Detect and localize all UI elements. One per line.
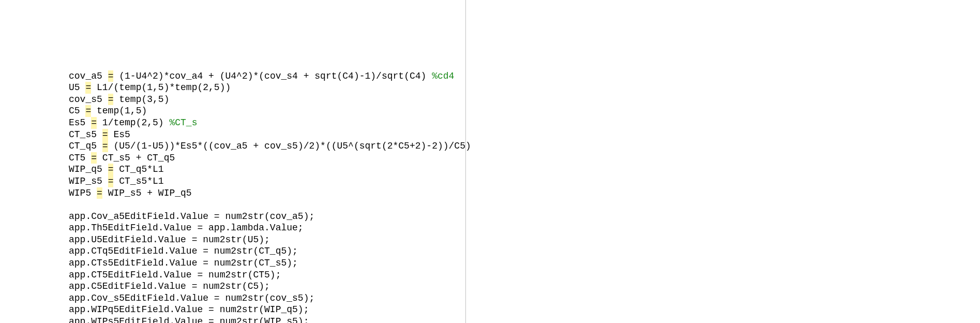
code-text: cov_a5 [69,71,108,81]
code-line[interactable]: cov_s5 = temp(3,5) [69,94,980,106]
code-line[interactable]: app.WIPs5EditField.Value = num2str(WIP_s… [69,316,980,323]
code-text: L1/(temp(1,5)*temp(2,5)) [91,82,231,93]
code-line[interactable]: app.CTs5EditField.Value = num2str(CT_s5)… [69,257,980,269]
code-text: app.CTs5EditField.Value = num2str(CT_s5)… [69,258,298,268]
code-text: app.Th5EditField.Value = app.lambda.Valu… [69,223,304,233]
code-line[interactable]: app.U5EditField.Value = num2str(U5); [69,234,980,246]
warning-highlight: = [91,152,97,164]
code-line[interactable]: WIP_q5 = CT_q5*L1 [69,164,980,175]
code-text: CT5 [69,153,91,163]
code-text: WIP_q5 [69,164,108,174]
code-text: CT_s5 [69,129,102,140]
code-text: app.C5EditField.Value = num2str(C5); [69,281,270,291]
code-text: CT_q5*L1 [113,164,163,174]
code-line[interactable]: Es5 = 1/temp(2,5) %CT_s [69,117,980,129]
code-text: WIP_s5 [69,176,108,186]
code-text: app.WIPs5EditField.Value = num2str(WIP_s… [69,316,309,323]
code-text: app.Cov_a5EditField.Value = num2str(cov_… [69,211,314,222]
code-line[interactable]: CT_s5 = Es5 [69,129,980,141]
code-line[interactable]: app.CT5EditField.Value = num2str(CT5); [69,269,980,281]
code-comment: %cd4 [432,71,454,81]
code-text: temp(3,5) [113,94,169,105]
code-editor-content[interactable]: cov_a5 = (1-U4^2)*cov_a4 + (U4^2)*(cov_s… [69,70,980,323]
code-line[interactable]: WIP_s5 = CT_s5*L1 [69,175,980,187]
code-text: (1-U4^2)*cov_a4 + (U4^2)*(cov_s4 + sqrt(… [113,71,432,81]
warning-highlight: = [91,117,97,129]
column-ruler [465,0,466,323]
code-text: WIP5 [69,188,97,198]
code-text: cov_s5 [69,94,108,105]
code-text: (U5/(1-U5))*Es5*((cov_a5 + cov_s5)/2)*((… [108,141,471,151]
code-text: app.WIPq5EditField.Value = num2str(WIP_q… [69,304,309,315]
code-text: temp(1,5) [91,106,147,116]
code-text: 1/temp(2,5) [97,118,169,128]
code-line[interactable]: app.Cov_a5EditField.Value = num2str(cov_… [69,211,980,223]
code-text: CT_s5*L1 [113,176,163,186]
code-line[interactable]: U5 = L1/(temp(1,5)*temp(2,5)) [69,82,980,94]
code-text: app.CT5EditField.Value = num2str(CT5); [69,270,281,280]
warning-highlight: = [97,187,102,199]
warning-highlight: = [108,164,114,175]
code-line[interactable]: C5 = temp(1,5) [69,105,980,117]
warning-highlight: = [102,129,108,141]
code-text: Es5 [69,118,91,128]
code-line[interactable]: cov_a5 = (1-U4^2)*cov_a4 + (U4^2)*(cov_s… [69,70,980,82]
code-text: app.U5EditField.Value = num2str(U5); [69,234,270,245]
code-line[interactable]: app.WIPq5EditField.Value = num2str(WIP_q… [69,304,980,316]
code-line[interactable] [69,199,980,211]
warning-highlight: = [102,140,108,152]
warning-highlight: = [85,105,91,117]
code-text: CT_q5 [69,141,102,151]
code-text: C5 [69,106,85,116]
code-line[interactable]: CT5 = CT_s5 + CT_q5 [69,152,980,164]
code-text: U5 [69,82,85,93]
code-line[interactable]: WIP5 = WIP_s5 + WIP_q5 [69,187,980,199]
code-text: Es5 [108,129,130,140]
warning-highlight: = [108,94,114,106]
code-line[interactable]: app.Th5EditField.Value = app.lambda.Valu… [69,222,980,234]
code-line[interactable]: app.Cov_s5EditField.Value = num2str(cov_… [69,292,980,304]
code-text: app.Cov_s5EditField.Value = num2str(cov_… [69,293,314,303]
code-line[interactable]: CT_q5 = (U5/(1-U5))*Es5*((cov_a5 + cov_s… [69,140,980,152]
code-text: app.CTq5EditField.Value = num2str(CT_q5)… [69,246,298,256]
code-line[interactable]: app.CTq5EditField.Value = num2str(CT_q5)… [69,245,980,257]
code-text: WIP_s5 + WIP_q5 [102,188,192,198]
warning-highlight: = [108,70,114,82]
warning-highlight: = [108,175,114,187]
code-comment: %CT_s [169,118,197,128]
code-text: CT_s5 + CT_q5 [97,153,175,163]
code-line[interactable]: app.C5EditField.Value = num2str(C5); [69,281,980,292]
warning-highlight: = [85,82,91,94]
